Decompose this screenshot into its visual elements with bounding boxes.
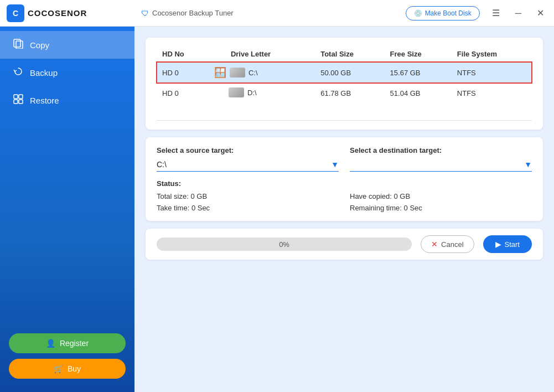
progress-text: 0% — [279, 240, 289, 249]
app-title: Cocosenor Backup Tuner — [152, 9, 234, 17]
total-size-key: Total size: — [157, 192, 189, 200]
sidebar-item-copy[interactable]: Copy — [0, 31, 134, 59]
remaining-time-item: Remaining time: 0 Sec — [350, 204, 532, 212]
have-copied-key: Have copied: — [350, 192, 392, 200]
drive-list-panel: HD No Drive Letter Total Size Free Size … — [146, 38, 543, 130]
drive-fs-0: NTFS — [452, 62, 532, 84]
sidebar-item-restore[interactable]: Restore — [0, 86, 134, 114]
have-copied-value: 0 GB — [394, 192, 411, 200]
svg-rect-2 — [14, 95, 18, 99]
svg-rect-5 — [19, 100, 23, 104]
source-chevron-down-icon: ▼ — [331, 160, 339, 169]
remaining-time-key: Remaining time: — [350, 204, 402, 212]
drive-hd-no-1: HD 0 — [157, 83, 209, 104]
drive-table: HD No Drive Letter Total Size Free Size … — [157, 47, 532, 104]
drive-free-1: 51.04 GB — [385, 83, 452, 104]
source-section: Select a source target: C:\ ▼ — [157, 146, 339, 172]
content-area: HD No Drive Letter Total Size Free Size … — [134, 27, 554, 392]
copy-icon — [13, 39, 23, 51]
status-label: Status: — [157, 179, 532, 188]
status-section: Status: Total size: 0 GB Have copied: 0 … — [157, 179, 532, 212]
app-icon: 🛡 — [141, 9, 149, 18]
divider — [157, 120, 532, 121]
logo: C COCOSENOR — [7, 4, 141, 22]
take-time-key: Take time: — [157, 204, 189, 212]
col-hd-no: HD No — [157, 47, 209, 62]
col-drive-letter: Drive Letter — [209, 47, 315, 62]
source-dest-grid: Select a source target: C:\ ▼ Select a d… — [157, 146, 532, 172]
source-value: C:\ — [157, 160, 331, 169]
sidebar: Copy Backup Restore — [0, 27, 134, 392]
destination-chevron-down-icon: ▼ — [524, 160, 532, 169]
destination-section: Select a destination target: ▼ — [350, 146, 532, 172]
take-time-item: Take time: 0 Sec — [157, 204, 339, 212]
drive-letter-1: D:\ — [209, 83, 315, 104]
titlebar: C COCOSENOR 🛡 Cocosenor Backup Tuner 💿 M… — [0, 0, 554, 27]
table-row[interactable]: HD 0 🪟 C:\ 50.00 GB 15.67 GB NTFS — [157, 62, 532, 84]
cancel-button[interactable]: ✕ Cancel — [421, 235, 474, 253]
table-row[interactable]: HD 0 D:\ 61.78 GB 51.04 GB NTFS — [157, 83, 532, 104]
col-free-size: Free Size — [385, 47, 452, 62]
have-copied-item: Have copied: 0 GB — [350, 192, 532, 200]
sidebar-item-backup-label: Backup — [30, 68, 58, 78]
logo-text: COCOSENOR — [28, 8, 87, 18]
sidebar-item-restore-label: Restore — [30, 96, 59, 105]
source-dest-panel: Select a source target: C:\ ▼ Select a d… — [146, 137, 543, 221]
svg-rect-1 — [16, 41, 23, 49]
windows-flag-icon: 🪟 — [214, 66, 226, 79]
drive-total-1: 61.78 GB — [315, 83, 384, 104]
register-icon: 👤 — [46, 339, 55, 348]
make-boot-disk-button[interactable]: 💿 Make Boot Disk — [406, 6, 480, 20]
svg-rect-4 — [14, 100, 18, 104]
start-button[interactable]: ▶ Start — [483, 235, 532, 253]
logo-icon: C — [7, 4, 24, 22]
hdd-icon — [230, 68, 245, 78]
sidebar-item-backup[interactable]: Backup — [0, 59, 134, 86]
progress-panel: 0% ✕ Cancel ▶ Start — [146, 229, 543, 260]
menu-button[interactable]: ☰ — [489, 7, 503, 19]
source-dropdown[interactable]: C:\ ▼ — [157, 158, 339, 172]
sidebar-item-copy-label: Copy — [30, 40, 49, 50]
col-file-system: File System — [452, 47, 532, 62]
destination-label: Select a destination target: — [350, 146, 532, 154]
table-spacer — [157, 104, 532, 120]
status-grid: Total size: 0 GB Have copied: 0 GB Take … — [157, 192, 532, 212]
drive-free-0: 15.67 GB — [385, 62, 452, 84]
titlebar-controls: 💿 Make Boot Disk ☰ ─ ✕ — [406, 6, 547, 20]
close-button[interactable]: ✕ — [534, 7, 547, 19]
svg-rect-3 — [19, 95, 23, 99]
restore-icon — [13, 94, 23, 106]
drive-letter-0: 🪟 C:\ — [209, 62, 315, 84]
app-title-area: 🛡 Cocosenor Backup Tuner — [141, 9, 406, 18]
source-label: Select a source target: — [157, 146, 339, 154]
drive-total-0: 50.00 GB — [315, 62, 384, 84]
boot-disk-icon: 💿 — [414, 9, 422, 17]
remaining-time-value: 0 Sec — [404, 204, 422, 212]
take-time-value: 0 Sec — [191, 204, 210, 212]
hdd-icon-2 — [229, 87, 244, 97]
drive-hd-no-0: HD 0 — [157, 62, 209, 84]
start-icon: ▶ — [495, 240, 501, 249]
svg-rect-0 — [14, 39, 20, 47]
cancel-icon: ✕ — [431, 240, 438, 249]
destination-dropdown[interactable]: ▼ — [350, 158, 532, 172]
total-size-value: 0 GB — [190, 192, 207, 200]
main-layout: Copy Backup Restore — [0, 27, 554, 392]
cart-icon: 🛒 — [54, 364, 63, 373]
progress-bar: 0% — [157, 238, 412, 251]
register-button[interactable]: 👤 Register — [9, 333, 126, 353]
total-size-item: Total size: 0 GB — [157, 192, 339, 200]
sidebar-bottom: 👤 Register 🛒 Buy — [0, 322, 134, 392]
backup-icon — [13, 66, 23, 79]
buy-button[interactable]: 🛒 Buy — [9, 359, 126, 379]
minimize-button[interactable]: ─ — [512, 7, 525, 19]
col-total-size: Total Size — [315, 47, 384, 62]
drive-fs-1: NTFS — [452, 83, 532, 104]
